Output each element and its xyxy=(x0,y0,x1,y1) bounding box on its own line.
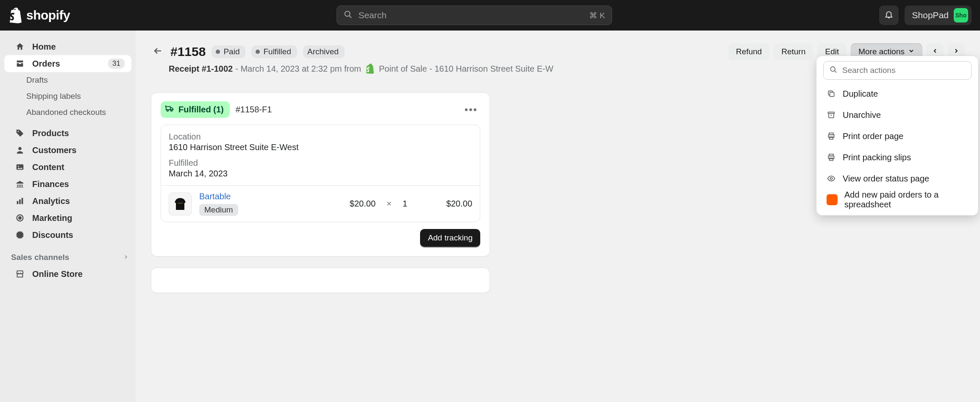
sidebar: Home Orders 31 Drafts Shipping labels Ab… xyxy=(0,31,136,402)
sidebar-item-marketing[interactable]: Marketing xyxy=(4,209,131,226)
popover-search-input[interactable]: Search actions xyxy=(823,61,972,80)
sidebar-item-online-store[interactable]: Online Store xyxy=(4,265,131,282)
svg-rect-8 xyxy=(22,198,23,204)
product-thumbnail[interactable] xyxy=(169,193,192,215)
fulfilled-badge: Fulfilled (1) xyxy=(161,101,230,118)
svg-point-5 xyxy=(18,166,19,167)
brand-text: shopify xyxy=(26,8,70,22)
quantity: 1 xyxy=(403,199,407,209)
chevron-down-icon xyxy=(908,47,915,56)
popover-item-print-order[interactable]: Print order page xyxy=(821,126,974,147)
home-icon xyxy=(15,42,25,51)
pos-icon xyxy=(365,64,375,74)
unarchive-icon xyxy=(827,110,836,120)
svg-rect-6 xyxy=(17,201,19,204)
sidebar-item-analytics[interactable]: Analytics xyxy=(4,193,131,209)
next-card-peek xyxy=(151,268,490,293)
chevron-left-icon xyxy=(932,47,938,56)
svg-point-26 xyxy=(830,178,832,180)
sidebar-section-sales-channels[interactable]: Sales channels xyxy=(0,243,136,265)
line-total: $20.00 xyxy=(446,199,472,209)
app-icon xyxy=(827,194,838,205)
topbar: shopify Search ⌘ K ShopPad Sho xyxy=(0,0,980,31)
location-label: Location xyxy=(169,132,472,142)
product-link[interactable]: Bartable xyxy=(199,192,231,201)
chevron-right-icon xyxy=(123,253,129,262)
bell-icon xyxy=(884,10,894,21)
svg-line-1 xyxy=(349,16,351,18)
unit-price: $20.00 xyxy=(350,199,376,209)
receipt-number: Receipt #1-1002 xyxy=(169,64,233,74)
more-actions-popover: Search actions Duplicate Unarchive Print… xyxy=(816,56,978,215)
shopify-bag-icon xyxy=(8,7,23,23)
fulfilled-date: March 14, 2023 xyxy=(169,169,472,179)
truck-icon xyxy=(165,104,174,115)
fulfillment-card: Fulfilled (1) #1158-F1 ••• Location 1610… xyxy=(151,92,490,257)
account-menu[interactable]: ShopPad Sho xyxy=(905,6,972,25)
sidebar-item-label: Analytics xyxy=(32,196,70,206)
line-price: $20.00 × 1 $20.00 xyxy=(350,199,472,209)
svg-point-2 xyxy=(18,131,19,132)
notifications-button[interactable] xyxy=(879,6,899,25)
popover-item-print-packing[interactable]: Print packing slips xyxy=(821,147,974,168)
svg-point-12 xyxy=(167,110,169,112)
store-icon xyxy=(15,269,25,279)
svg-rect-17 xyxy=(830,92,834,97)
arrow-left-icon xyxy=(153,46,163,58)
sidebar-item-label: Customers xyxy=(32,145,76,155)
receipt-meta: - March 14, 2023 at 2:32 pm from xyxy=(235,64,361,74)
bank-icon xyxy=(15,179,25,189)
card-menu-button[interactable]: ••• xyxy=(462,104,480,116)
return-button[interactable]: Return xyxy=(774,43,813,60)
account-name: ShopPad xyxy=(912,10,949,20)
svg-point-15 xyxy=(830,67,835,71)
sidebar-item-label: Content xyxy=(32,162,64,172)
sidebar-item-orders[interactable]: Orders 31 xyxy=(4,55,131,72)
popover-item-view-status[interactable]: View order status page xyxy=(821,168,974,189)
fulfillment-id: #1158-F1 xyxy=(236,105,272,114)
sidebar-item-label: Home xyxy=(32,42,56,52)
add-tracking-button[interactable]: Add tracking xyxy=(420,229,480,247)
sidebar-item-discounts[interactable]: Discounts xyxy=(4,226,131,243)
svg-point-3 xyxy=(18,147,21,150)
svg-rect-18 xyxy=(828,112,835,113)
topbar-right: ShopPad Sho xyxy=(879,6,972,25)
sidebar-item-label: Drafts xyxy=(26,75,48,85)
status-paid: Paid xyxy=(212,45,245,58)
svg-line-16 xyxy=(835,70,837,73)
refund-button[interactable]: Refund xyxy=(728,43,769,60)
sidebar-item-content[interactable]: Content xyxy=(4,159,131,176)
pos-source: Point of Sale - 1610 Harrison Street Sui… xyxy=(379,64,553,74)
status-fulfilled: Fulfilled xyxy=(251,45,297,58)
image-icon xyxy=(15,162,25,172)
search-wrap: Search ⌘ K xyxy=(78,6,870,25)
back-button[interactable] xyxy=(151,45,164,59)
sidebar-item-drafts[interactable]: Drafts xyxy=(0,72,136,88)
page-title: #1158 xyxy=(170,45,206,59)
sidebar-item-shipping-labels[interactable]: Shipping labels xyxy=(0,88,136,104)
status-archived: Archived xyxy=(303,45,345,58)
sidebar-item-label: Abandoned checkouts xyxy=(26,108,106,117)
discount-icon xyxy=(15,230,25,240)
popover-item-duplicate[interactable]: Duplicate xyxy=(821,83,974,104)
sidebar-item-label: Online Store xyxy=(32,269,83,279)
popover-item-unarchive[interactable]: Unarchive xyxy=(821,104,974,126)
sidebar-item-finances[interactable]: Finances xyxy=(4,176,131,193)
sidebar-item-abandoned[interactable]: Abandoned checkouts xyxy=(0,104,136,120)
duplicate-icon xyxy=(827,89,836,98)
search-input[interactable]: Search ⌘ K xyxy=(337,6,612,25)
sidebar-item-label: Shipping labels xyxy=(26,92,81,101)
shopify-logo[interactable]: shopify xyxy=(8,7,70,23)
sidebar-item-products[interactable]: Products xyxy=(4,125,131,142)
sidebar-item-label: Finances xyxy=(32,179,69,189)
svg-point-0 xyxy=(345,11,350,16)
location-value: 1610 Harrison Street Suite E-West xyxy=(169,142,472,152)
sidebar-item-home[interactable]: Home xyxy=(4,38,131,55)
multiply-symbol: × xyxy=(387,199,392,209)
sidebar-item-label: Products xyxy=(32,128,69,138)
sidebar-item-customers[interactable]: Customers xyxy=(4,142,131,159)
variant-chip: Medium xyxy=(199,204,238,216)
chevron-right-icon xyxy=(953,47,960,56)
sidebar-item-label: Marketing xyxy=(32,213,72,223)
popover-item-add-spreadsheet[interactable]: Add new paid orders to a spreadsheet xyxy=(821,189,974,210)
